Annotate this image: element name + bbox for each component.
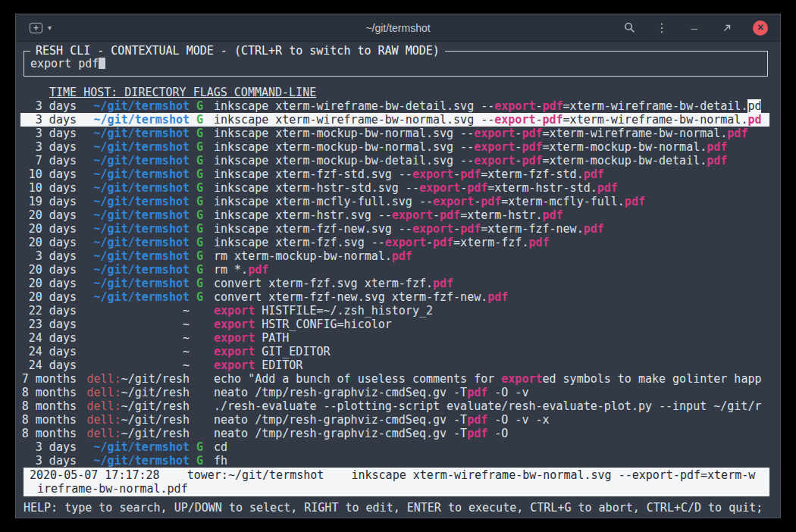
row-path: ~/git/termshot: [94, 290, 190, 304]
table-row[interactable]: 3 days~/git/termshotGinkscape xterm-wire…: [20, 99, 769, 113]
table-row[interactable]: 8 monthsdell:~/git/resh./resh-evaluate -…: [20, 399, 769, 413]
row-path: ~/git/termshot: [94, 454, 190, 468]
table-row[interactable]: 8 monthsdell:~/git/reshneato /tmp/resh-g…: [20, 427, 769, 440]
table-row[interactable]: 24 days~export GIT_EDITOR: [20, 345, 769, 358]
table-row[interactable]: 3 days~/git/termshotGfh: [20, 454, 769, 468]
table-row[interactable]: 24 days~export PATH: [20, 331, 769, 345]
table-row[interactable]: 8 monthsdell:~/git/reshneato /tmp/resh-g…: [20, 386, 769, 399]
search-box[interactable]: RESH CLI - CONTEXTUAL MODE - (CTRL+R to …: [24, 51, 768, 77]
command-segment: pdf: [522, 154, 542, 167]
table-row[interactable]: 3 days~/git/termshotGinkscape xterm-mock…: [20, 140, 769, 154]
table-row[interactable]: 20 days~/git/termshotGinkscape xterm-fzf…: [20, 222, 769, 236]
row-command: inkscape xterm-fzf.svg --export-pdf=xter…: [214, 236, 769, 249]
command-segment: export: [474, 127, 515, 140]
table-row[interactable]: 3 days~/git/termshotGrm xterm-mockup-bw-…: [20, 249, 769, 263]
command-segment: pdf: [440, 208, 460, 222]
table-row[interactable]: 20 days~/git/termshotGrm *.pdf: [20, 263, 769, 277]
table-row[interactable]: 20 days~/git/termshotGconvert xterm-fzf-…: [20, 290, 769, 304]
row-flags: G: [196, 113, 207, 127]
command-segment: inkscape xterm-fzf.svg --: [214, 236, 385, 249]
table-row[interactable]: 20 days~/git/termshotGinkscape xterm-hst…: [20, 208, 769, 222]
row-directory: ~/git/termshot: [83, 99, 190, 113]
search-input[interactable]: export pdf: [30, 57, 105, 70]
command-segment: -: [453, 167, 460, 181]
table-row[interactable]: 23 days~export HSTR_CONFIG=hicolor: [20, 318, 769, 331]
row-directory: ~/git/termshot: [83, 263, 190, 277]
status-line-wrap: ireframe-bw-normal.pdf: [30, 482, 765, 496]
command-segment: -: [453, 222, 460, 236]
command-segment: export: [419, 181, 460, 195]
row-path: ~/git/termshot: [94, 113, 190, 127]
row-path: ~/git/resh: [121, 413, 190, 427]
table-row[interactable]: 3 days~/git/termshotGinkscape xterm-mock…: [20, 127, 769, 140]
row-command: inkscape xterm-mockup-bw-normal.svg --ex…: [214, 127, 769, 140]
command-segment: =xterm-fzf-std.: [481, 167, 583, 181]
command-segment: inkscape xterm-wireframe-bw-normal.svg -…: [214, 113, 494, 127]
row-time: 3 days: [20, 140, 77, 154]
command-segment: -O: [487, 427, 508, 440]
row-command: convert xterm-fzf.svg xterm-fzf.pdf: [214, 277, 769, 290]
new-tab-button[interactable]: +: [30, 23, 42, 33]
row-path: ~/git/termshot: [94, 167, 190, 181]
command-segment: export: [214, 304, 255, 318]
table-row[interactable]: 7 days~/git/termshotGinkscape xterm-mock…: [20, 154, 769, 167]
command-segment: export: [214, 358, 255, 372]
titlebar-left-controls: + ▾: [16, 23, 52, 33]
table-row[interactable]: 20 days~/git/termshotGconvert xterm-fzf.…: [20, 277, 769, 290]
row-directory: ~/git/termshot: [83, 140, 190, 154]
command-segment: PATH: [255, 331, 289, 345]
command-segment: -: [474, 195, 481, 208]
row-command: export PATH: [214, 331, 769, 345]
row-path: ~/git/termshot: [94, 140, 190, 154]
table-row[interactable]: 10 days~/git/termshotGinkscape xterm-fzf…: [20, 167, 769, 181]
row-directory: ~/git/termshot: [83, 181, 190, 195]
row-time: 20 days: [20, 263, 77, 277]
row-time: 8 months: [20, 399, 77, 413]
minimize-button[interactable]: –: [688, 21, 701, 35]
row-time: 8 months: [20, 413, 77, 427]
row-path: ~/git/termshot: [94, 277, 190, 290]
command-segment: convert xterm-fzf-new.svg xterm-fzf-new.: [214, 290, 487, 304]
table-row[interactable]: 8 monthsdell:~/git/reshneato /tmp/resh-g…: [20, 413, 769, 427]
table-row[interactable]: 3 days~/git/termshotGcd: [20, 440, 769, 454]
command-segment: =xterm-mockup-bw-detail.: [542, 154, 707, 167]
table-row[interactable]: 19 days~/git/termshotGinkscape xterm-mcf…: [20, 195, 769, 208]
table-row[interactable]: 10 days~/git/termshotGinkscape xterm-hst…: [20, 181, 769, 195]
command-segment: fh: [214, 454, 227, 468]
row-directory: ~/git/termshot: [83, 222, 190, 236]
row-command: inkscape xterm-mockup-bw-normal.svg --ex…: [214, 140, 769, 154]
row-time: 20 days: [20, 290, 77, 304]
history-rows: 3 days~/git/termshotGinkscape xterm-wire…: [20, 99, 769, 468]
table-row[interactable]: 24 days~export EDITOR: [20, 358, 769, 372]
row-path: ~: [183, 304, 190, 318]
command-segment: ed symbols to make golinter happ: [542, 372, 761, 386]
row-path: ~: [183, 331, 190, 345]
table-row[interactable]: 20 days~/git/termshotGinkscape xterm-fzf…: [20, 236, 769, 249]
search-icon[interactable]: [622, 21, 636, 35]
command-segment: =xterm-mcfly-full.: [501, 195, 625, 208]
command-segment: neato /tmp/resh-graphviz-cmdSeq.gv -T: [214, 413, 467, 427]
row-directory: dell:~/git/resh: [83, 386, 190, 399]
command-segment: export: [474, 140, 515, 154]
command-segment: inkscape xterm-mcfly-full.svg --: [214, 195, 433, 208]
row-command: inkscape xterm-fzf-std.svg --export-pdf=…: [214, 167, 769, 181]
row-time: 24 days: [20, 345, 77, 358]
command-segment: pdf: [467, 181, 487, 195]
row-command: inkscape xterm-fzf-new.svg --export-pdf=…: [214, 222, 769, 236]
row-flags: G: [196, 208, 207, 222]
titlebar-right-controls: ⋮ – ×: [622, 20, 780, 36]
table-row[interactable]: 22 days~export HISTFILE=~/.zsh_history_2: [20, 304, 769, 318]
row-directory: ~: [83, 358, 190, 372]
menu-kebab-icon[interactable]: ⋮: [655, 21, 669, 35]
close-button[interactable]: ×: [753, 20, 768, 36]
table-row[interactable]: 3 days~/git/termshotGinkscape xterm-wire…: [20, 113, 769, 127]
row-path: ~/git/termshot: [94, 181, 190, 195]
table-row[interactable]: 7 monthsdell:~/git/reshecho "Add a bunch…: [20, 372, 769, 386]
chevron-down-icon[interactable]: ▾: [48, 23, 52, 32]
restore-button[interactable]: [720, 21, 734, 35]
command-segment: export: [433, 195, 474, 208]
command-segment: =xterm-wireframe-bw-detail.: [563, 99, 748, 113]
command-segment: inkscape xterm-wireframe-bw-detail.svg -…: [214, 99, 494, 113]
status-bar: 2020-05-07 17:17:28 tower:~/git/termshot…: [24, 468, 769, 496]
row-directory: ~: [83, 304, 190, 318]
